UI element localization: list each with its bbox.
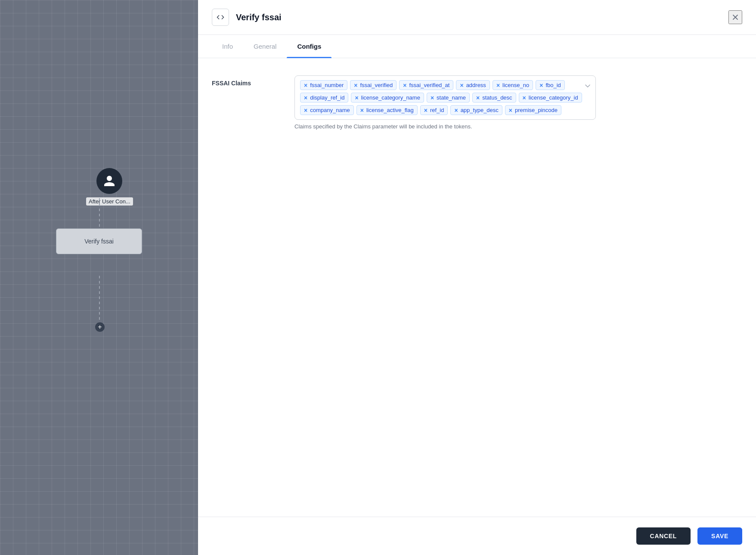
config-panel: Verify fssai Info General Configs FSSAI … [198, 0, 756, 555]
cancel-button[interactable]: CANCEL [636, 527, 691, 545]
code-icon-button[interactable] [212, 9, 229, 26]
tag-label: display_ref_id [310, 94, 344, 101]
tag-remove-icon[interactable]: × [431, 95, 434, 101]
tag-item: ×ref_id [420, 105, 448, 115]
tag-label: license_active_flag [366, 107, 414, 113]
tag-label: premise_pincode [515, 107, 558, 113]
fssai-claims-hint: Claims specified by the Claims parameter… [294, 123, 596, 130]
tag-label: fbo_id [545, 82, 561, 88]
tag-remove-icon[interactable]: × [460, 82, 463, 88]
close-button[interactable] [728, 10, 742, 24]
code-icon [217, 13, 224, 21]
tag-label: state_name [437, 94, 466, 101]
tag-label: license_category_id [529, 94, 578, 101]
tag-label: address [466, 82, 486, 88]
user-icon [103, 175, 116, 187]
tag-item: ×address [456, 80, 490, 90]
tag-remove-icon[interactable]: × [354, 82, 357, 88]
tab-info[interactable]: Info [212, 35, 243, 58]
tag-remove-icon[interactable]: × [355, 95, 358, 101]
tag-label: company_name [310, 107, 350, 113]
tag-item: ×fssai_verified_at [399, 80, 453, 90]
tag-item: ×fbo_id [536, 80, 565, 90]
tab-general[interactable]: General [243, 35, 287, 58]
verify-node[interactable]: Verify fssai [56, 228, 142, 254]
tag-item: ×fssai_verified [350, 80, 397, 90]
tag-remove-icon[interactable]: × [403, 82, 406, 88]
save-button[interactable]: SAVE [697, 527, 742, 545]
tag-label: status_desc [482, 94, 512, 101]
tags-input[interactable]: ×fssai_number×fssai_verified×fssai_verif… [294, 75, 596, 120]
tag-item: ×state_name [427, 93, 470, 103]
panel-header-left: Verify fssai [212, 9, 282, 26]
user-node: After User Con... [86, 168, 133, 206]
verify-node-label: Verify fssai [84, 238, 114, 245]
tag-remove-icon[interactable]: × [360, 107, 364, 113]
tag-remove-icon[interactable]: × [304, 107, 307, 113]
panel-footer: CANCEL SAVE [198, 517, 756, 555]
tag-item: ×app_type_desc [450, 105, 502, 115]
tag-remove-icon[interactable]: × [476, 95, 480, 101]
tag-item: ×premise_pincode [505, 105, 561, 115]
tag-remove-icon[interactable]: × [304, 95, 307, 101]
tag-item: ×status_desc [472, 93, 516, 103]
tag-item: ×license_no [493, 80, 533, 90]
add-node-button[interactable]: + [95, 322, 105, 332]
tag-remove-icon[interactable]: × [509, 107, 512, 113]
tag-remove-icon[interactable]: × [539, 82, 543, 88]
close-icon [731, 12, 740, 22]
tag-item: ×license_category_id [519, 93, 582, 103]
panel-content: FSSAI Claims ×fssai_number×fssai_verifie… [198, 58, 756, 517]
connector-line-top [99, 198, 100, 228]
fssai-claims-row: FSSAI Claims ×fssai_number×fssai_verifie… [212, 75, 742, 130]
panel-title: Verify fssai [236, 12, 282, 22]
tag-remove-icon[interactable]: × [523, 95, 526, 101]
tag-remove-icon[interactable]: × [496, 82, 500, 88]
tag-label: license_category_name [361, 94, 420, 101]
tabs-bar: Info General Configs [198, 35, 756, 58]
fssai-claims-label: FSSAI Claims [212, 75, 281, 87]
tag-item: ×fssai_number [300, 80, 347, 90]
tag-label: fssai_number [310, 82, 344, 88]
tag-item: ×license_active_flag [356, 105, 418, 115]
tag-label: app_type_desc [461, 107, 499, 113]
tag-item: ×display_ref_id [300, 93, 348, 103]
avatar [96, 168, 122, 194]
tag-item: ×license_category_name [351, 93, 424, 103]
tag-label: fssai_verified [360, 82, 393, 88]
tab-configs[interactable]: Configs [287, 35, 332, 58]
tag-label: license_no [502, 82, 529, 88]
tag-label: fssai_verified_at [409, 82, 449, 88]
tag-item: ×company_name [300, 105, 354, 115]
tag-remove-icon[interactable]: × [454, 107, 458, 113]
connector-line-bottom [99, 276, 100, 323]
tag-remove-icon[interactable]: × [304, 82, 307, 88]
dropdown-arrow-icon[interactable] [585, 82, 590, 90]
tag-label: ref_id [430, 107, 444, 113]
tag-remove-icon[interactable]: × [424, 107, 428, 113]
panel-header: Verify fssai [198, 0, 756, 35]
user-node-label: After User Con... [86, 197, 133, 206]
